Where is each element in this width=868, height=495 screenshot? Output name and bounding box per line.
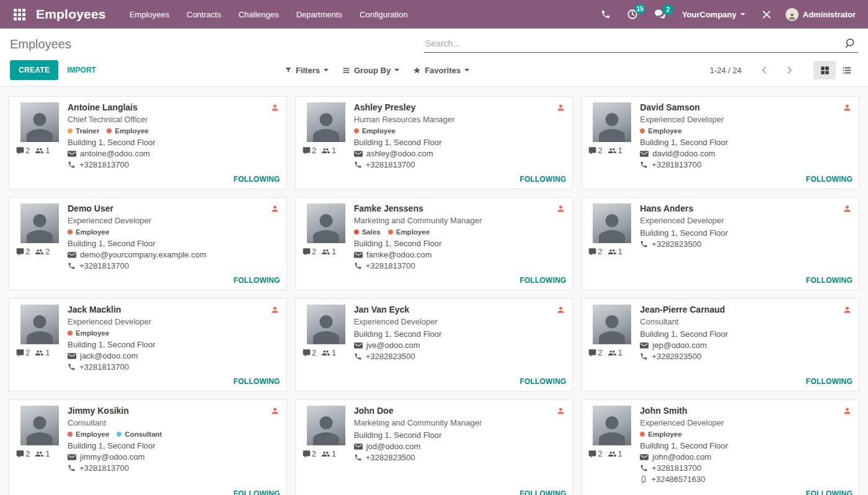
menu-contracts[interactable]: Contracts [179,1,229,28]
employee-card[interactable]: 2 1 Hans Anders Experienced Developer [581,197,859,290]
hr-presence-button[interactable] [270,406,280,416]
employee-name[interactable]: Jack Macklin [68,305,121,314]
phone-number[interactable]: +3281813700 [79,463,129,473]
list-view-button[interactable] [836,61,858,79]
employee-name[interactable]: John Doe [354,406,394,416]
following-button[interactable]: FOLLOWING [234,377,280,386]
email-address[interactable]: david@odoo.com [652,149,715,158]
apps-menu-icon[interactable] [9,4,30,25]
following-button[interactable]: FOLLOWING [806,175,852,184]
filters-dropdown[interactable]: Filters [285,66,329,75]
following-button[interactable]: FOLLOWING [520,489,566,495]
create-button[interactable]: CREATE [10,60,58,80]
email-address[interactable]: jod@odoo.com [366,442,421,451]
pager-next-button[interactable] [779,63,800,77]
email-address[interactable]: antoine@odoo.com [80,149,150,158]
favorites-dropdown[interactable]: Favorites [413,66,469,75]
phone-icon [640,240,648,248]
phone-row: +3282823500 [354,352,567,361]
email-address[interactable]: john@odoo.com [652,452,711,462]
hr-presence-button[interactable] [556,203,566,214]
menu-configuration[interactable]: Configuration [352,1,415,28]
email-address[interactable]: jimmy@odoo.com [80,452,144,462]
company-switcher[interactable]: YourCompany [676,5,751,24]
breadcrumb[interactable]: Employees [10,37,71,51]
following-button[interactable]: FOLLOWING [234,276,280,285]
user-menu[interactable]: Administrator [782,4,859,25]
employee-name[interactable]: Ashley Presley [354,102,416,112]
following-button[interactable]: FOLLOWING [806,489,852,495]
hr-presence-button[interactable] [842,102,852,113]
hr-presence-button[interactable] [556,406,566,416]
hr-presence-button[interactable] [270,203,280,214]
hr-presence-button[interactable] [556,305,566,315]
email-address[interactable]: ashley@odoo.com [366,149,433,158]
following-button[interactable]: FOLLOWING [520,377,566,386]
messages-button[interactable]: 2 [648,4,672,25]
employee-card[interactable]: 2 1 Ashley Presley Human Resources Manag… [295,96,574,189]
employee-card[interactable]: 2 1 Famke Jenssens Marketing and Communi… [295,197,574,290]
email-address[interactable]: jack@odoo.com [80,351,138,360]
phone-number[interactable]: +3281813700 [79,160,129,169]
import-button[interactable]: IMPORT [58,60,105,80]
pager-previous-button[interactable] [754,63,775,77]
employee-card[interactable]: 2 1 David Samson Experienced Developer E [581,96,859,189]
phone-number[interactable]: +3282823500 [652,239,701,249]
following-button[interactable]: FOLLOWING [806,377,852,386]
employee-card[interactable]: 2 1 Jan Van Eyck Experienced Developer [295,298,574,391]
phone-number[interactable]: +3282823500 [366,453,415,462]
phone-number[interactable]: +3282823500 [652,352,701,361]
following-button[interactable]: FOLLOWING [234,489,280,495]
employee-card[interactable]: 2 1 Jimmy Kosikin Consultant EmployeeCon [9,399,287,495]
employee-name[interactable]: David Samson [640,102,699,112]
email-address[interactable]: jep@odoo.com [652,341,707,350]
employee-card[interactable]: 2 1 Antoine Langlais Chief Technical Off… [9,96,287,189]
phone-number[interactable]: +3282823500 [366,352,415,361]
following-button[interactable]: FOLLOWING [520,276,566,285]
envelope-icon [68,453,76,461]
hr-presence-button[interactable] [556,102,566,113]
search-input[interactable] [425,38,844,48]
hr-presence-button[interactable] [842,203,852,214]
app-name[interactable]: Employees [36,7,106,22]
menu-employees[interactable]: Employees [122,1,177,28]
employee-name[interactable]: Hans Anders [640,203,693,213]
phone-number[interactable]: +3281813700 [79,362,129,372]
following-button[interactable]: FOLLOWING [234,175,280,184]
employee-name[interactable]: Antoine Langlais [68,102,138,112]
hr-presence-button[interactable] [270,305,280,315]
email-address[interactable]: jve@odoo.com [366,341,420,350]
employee-name[interactable]: Jan Van Eyck [354,305,410,314]
following-button[interactable]: FOLLOWING [520,175,566,184]
mobile-number[interactable]: +32486571630 [651,475,705,484]
employee-card[interactable]: 2 1 John Smith Experienced Developer Emp [581,399,859,495]
kanban-view-button[interactable] [813,61,836,79]
hr-presence-button[interactable] [842,305,852,315]
email-address[interactable]: demo@yourcompany.example.com [80,250,206,259]
menu-challenges[interactable]: Challenges [231,1,286,28]
employee-card[interactable]: 2 2 Demo User Experienced Developer Empl [9,197,287,290]
phone-number[interactable]: +3281813700 [79,261,129,270]
debug-tools-button[interactable] [755,4,778,25]
hr-presence-button[interactable] [842,406,852,416]
menu-departments[interactable]: Departments [289,1,350,28]
activities-button[interactable]: 15 [621,4,644,25]
employee-card[interactable]: 2 1 Jean-Pierre Carnaud Consultant [581,298,859,391]
phone-number[interactable]: +3281813700 [366,261,415,270]
employee-name[interactable]: Jimmy Kosikin [68,406,129,416]
group-by-dropdown[interactable]: Group By [342,66,399,75]
voip-phone-button[interactable] [595,4,617,24]
search-icon[interactable] [844,37,857,50]
employee-card[interactable]: 2 1 John Doe Marketing and Community Man… [295,399,574,495]
phone-number[interactable]: +3281813700 [652,463,701,473]
employee-card[interactable]: 2 1 Jack Macklin Experienced Developer E [9,298,287,391]
employee-name[interactable]: Famke Jenssens [354,203,423,213]
hr-presence-button[interactable] [270,102,280,113]
following-button[interactable]: FOLLOWING [806,276,852,285]
employee-name[interactable]: Demo User [68,203,113,213]
employee-name[interactable]: Jean-Pierre Carnaud [640,305,725,314]
phone-number[interactable]: +3281813700 [652,160,701,169]
phone-number[interactable]: +3281813700 [366,160,415,169]
email-address[interactable]: famke@odoo.com [366,250,432,259]
employee-name[interactable]: John Smith [640,406,687,416]
